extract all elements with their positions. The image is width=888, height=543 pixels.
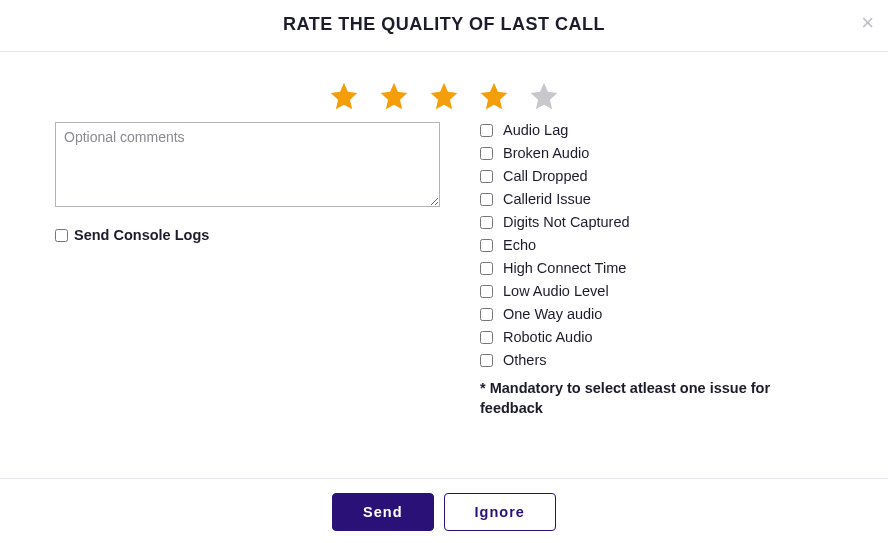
modal-footer: Send Ignore: [0, 478, 888, 543]
console-logs-checkbox[interactable]: [55, 229, 68, 242]
issue-label[interactable]: Call Dropped: [503, 168, 588, 184]
modal-title: RATE THE QUALITY OF LAST CALL: [0, 14, 888, 35]
issue-checkbox[interactable]: [480, 331, 493, 344]
star-rating: [55, 80, 833, 112]
list-item: Echo: [480, 237, 833, 253]
issue-label[interactable]: Echo: [503, 237, 536, 253]
issue-checkbox[interactable]: [480, 216, 493, 229]
issue-checkbox[interactable]: [480, 354, 493, 367]
issue-label[interactable]: Robotic Audio: [503, 329, 592, 345]
issue-checkbox[interactable]: [480, 170, 493, 183]
list-item: Digits Not Captured: [480, 214, 833, 230]
issue-checkbox[interactable]: [480, 239, 493, 252]
issues-list: Audio LagBroken AudioCall DroppedCalleri…: [480, 122, 833, 368]
send-button[interactable]: Send: [332, 493, 433, 531]
list-item: One Way audio: [480, 306, 833, 322]
star-icon-2[interactable]: [378, 80, 410, 112]
left-column: Send Console Logs: [55, 122, 440, 419]
list-item: High Connect Time: [480, 260, 833, 276]
list-item: Broken Audio: [480, 145, 833, 161]
list-item: Others: [480, 352, 833, 368]
issue-label[interactable]: Others: [503, 352, 547, 368]
issue-label[interactable]: Audio Lag: [503, 122, 568, 138]
modal-header: RATE THE QUALITY OF LAST CALL ×: [0, 0, 888, 52]
star-icon-3[interactable]: [428, 80, 460, 112]
mandatory-note: * Mandatory to select atleast one issue …: [480, 378, 833, 419]
issue-label[interactable]: Broken Audio: [503, 145, 589, 161]
issue-checkbox[interactable]: [480, 285, 493, 298]
issue-checkbox[interactable]: [480, 262, 493, 275]
issue-checkbox[interactable]: [480, 124, 493, 137]
issue-checkbox[interactable]: [480, 147, 493, 160]
star-icon-1[interactable]: [328, 80, 360, 112]
issue-checkbox[interactable]: [480, 308, 493, 321]
list-item: Low Audio Level: [480, 283, 833, 299]
ignore-button[interactable]: Ignore: [444, 493, 556, 531]
rate-call-modal: RATE THE QUALITY OF LAST CALL × Send Con…: [0, 0, 888, 543]
issue-label[interactable]: High Connect Time: [503, 260, 626, 276]
issue-label[interactable]: Digits Not Captured: [503, 214, 630, 230]
columns: Send Console Logs Audio LagBroken AudioC…: [55, 122, 833, 419]
issue-checkbox[interactable]: [480, 193, 493, 206]
issue-label[interactable]: Low Audio Level: [503, 283, 609, 299]
issue-label[interactable]: Callerid Issue: [503, 191, 591, 207]
star-icon-4[interactable]: [478, 80, 510, 112]
list-item: Audio Lag: [480, 122, 833, 138]
list-item: Robotic Audio: [480, 329, 833, 345]
modal-content: Send Console Logs Audio LagBroken AudioC…: [0, 52, 888, 478]
close-icon[interactable]: ×: [861, 12, 874, 34]
console-logs-label[interactable]: Send Console Logs: [74, 227, 209, 243]
issue-label[interactable]: One Way audio: [503, 306, 602, 322]
list-item: Callerid Issue: [480, 191, 833, 207]
console-logs-row: Send Console Logs: [55, 227, 440, 243]
right-column: Audio LagBroken AudioCall DroppedCalleri…: [480, 122, 833, 419]
comments-input[interactable]: [55, 122, 440, 207]
list-item: Call Dropped: [480, 168, 833, 184]
star-icon-5[interactable]: [528, 80, 560, 112]
